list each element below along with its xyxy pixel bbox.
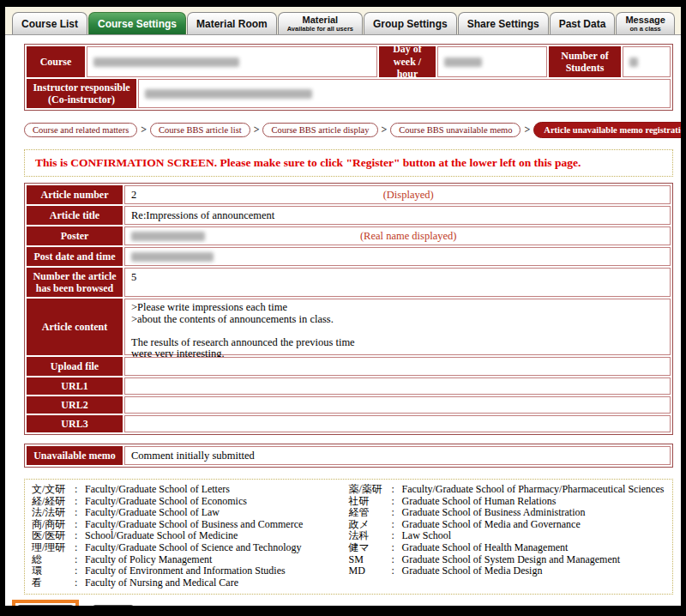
legend-abbr: 理/理研 (32, 542, 75, 554)
legend-item: 医/医研:School/Graduate School of Medicine (32, 530, 349, 542)
article-content-row: Article content >Please write impression… (27, 299, 671, 355)
legend-desc: Faculty/Graduate School of Economics (85, 496, 247, 508)
legend-item: 法科:Law School (349, 530, 666, 542)
legend-item: 看:Faculty of Nursing and Medical Care (32, 577, 349, 589)
legend-left-column: 文/文研:Faculty/Graduate School of Letters … (32, 484, 349, 589)
legend-abbr: 政メ (349, 519, 392, 531)
breadcrumb-item-bbs-article-list[interactable]: Course BBS article list (150, 123, 250, 137)
upload-file-row: Upload file (27, 357, 671, 376)
tab-past-data[interactable]: Past Data (550, 12, 616, 34)
content-line: The results of research announced the pr… (131, 337, 355, 349)
legend-desc: Faculty of Environment and Information S… (85, 565, 286, 577)
legend-desc: Faculty/Graduate School of Letters (85, 484, 230, 496)
tab-course-list[interactable]: Course List (12, 12, 87, 34)
legend-item: 薬/薬研:Faculty/Graduate School of Pharmacy… (349, 484, 666, 496)
legend-separator: : (392, 519, 402, 531)
displayed-note: (Displayed) (383, 189, 434, 202)
register-button[interactable]: Register (17, 605, 74, 606)
breadcrumb-separator: > (382, 124, 388, 136)
legend-desc: School/Graduate School of Medicine (85, 530, 238, 542)
tab-course-settings[interactable]: Course Settings (88, 12, 186, 34)
legend-abbr: 薬/薬研 (349, 484, 392, 496)
tab-material-room[interactable]: Material Room (187, 12, 277, 34)
legend-abbr: 経/経研 (32, 496, 75, 508)
url3-row: URL3 (27, 415, 671, 432)
url3-value (124, 415, 671, 432)
article-content-value: >Please write impressions each time >abo… (124, 299, 671, 355)
legend-separator: : (75, 565, 85, 577)
legend-desc: Faculty/Graduate School of Law (85, 507, 220, 519)
register-highlight-box: Register (12, 600, 79, 606)
breadcrumb-item-course-matters[interactable]: Course and related matters (24, 123, 137, 137)
legend-separator: : (75, 530, 85, 542)
course-value (87, 46, 377, 77)
url2-header: URL2 (27, 396, 123, 414)
url2-row: URL2 (27, 396, 671, 414)
breadcrumb-separator: > (524, 124, 530, 136)
legend-separator: : (75, 554, 85, 566)
tab-sublabel: Available for all users (287, 26, 353, 33)
breadcrumb-item-bbs-article-display[interactable]: Course BBS article display (262, 123, 377, 137)
legend-separator: : (392, 507, 402, 519)
poster-value: (Real name displayed) (124, 226, 671, 245)
tab-label: Group Settings (373, 18, 448, 30)
tab-bar: Course List Course Settings Material Roo… (5, 7, 681, 35)
legend-item: 環:Faculty of Environment and Information… (32, 565, 349, 577)
legend-abbr: 経管 (349, 507, 392, 519)
window-frame: Course List Course Settings Material Roo… (0, 0, 686, 616)
course-info-row: Course Day of week / hour Number of Stud… (27, 46, 671, 77)
unavailable-memo-table: Unavailable memo Comment initially submi… (24, 444, 673, 468)
students-value (623, 46, 671, 77)
post-date-header: Post date and time (27, 247, 123, 266)
tab-label: Material Room (196, 18, 268, 30)
redacted-value (145, 89, 312, 99)
legend-item: 健マ:Graduate School of Health Management (349, 542, 666, 554)
page: Course List Course Settings Material Roo… (5, 7, 681, 606)
browsed-value: 5 (124, 268, 671, 297)
real-name-note: (Real name displayed) (360, 230, 456, 243)
tab-group-settings[interactable]: Group Settings (364, 12, 457, 34)
unavailable-memo-text: Comment initially submitted (131, 450, 255, 462)
url3-header: URL3 (27, 415, 123, 432)
breadcrumb-separator: > (141, 124, 147, 136)
post-date-row: Post date and time (27, 247, 671, 266)
legend-desc: Faculty of Policy Management (85, 554, 212, 566)
legend-separator: : (392, 484, 402, 496)
breadcrumb-item-active: Article unavailable memo registration co… (533, 122, 681, 138)
legend-separator: : (392, 496, 402, 508)
faculty-legend: 文/文研:Faculty/Graduate School of Letters … (24, 479, 673, 595)
article-number-text: 2 (131, 189, 136, 202)
legend-separator: : (392, 565, 402, 577)
url1-header: URL1 (27, 377, 123, 395)
legend-separator: : (392, 530, 402, 542)
legend-desc: Graduate School of System Design and Man… (402, 554, 621, 566)
breadcrumb-separator: > (254, 124, 260, 136)
breadcrumb: Course and related matters > Course BBS … (24, 122, 681, 138)
legend-item: MD:Graduate School of Media Design (349, 565, 666, 577)
tab-share-settings[interactable]: Share Settings (458, 12, 549, 34)
tab-sublabel: on a class (629, 26, 660, 33)
legend-separator: : (392, 554, 402, 566)
legend-separator: : (75, 496, 85, 508)
tab-label: Message (625, 15, 665, 25)
legend-item: 経管:Graduate School of Business Administr… (349, 507, 666, 519)
legend-item: 政メ:Graduate School of Media and Governan… (349, 519, 666, 531)
instructor-value (138, 79, 671, 108)
redacted-value (131, 252, 214, 262)
unavailable-memo-row: Unavailable memo Comment initially submi… (27, 446, 671, 465)
upload-file-header: Upload file (27, 357, 123, 376)
tab-label: Past Data (559, 18, 606, 30)
breadcrumb-item-bbs-unavailable-memo[interactable]: Course BBS unavailable memo (390, 123, 521, 137)
legend-desc: Faculty/Graduate School of Science and T… (85, 542, 302, 554)
confirmation-notice: This is CONFIRMATION SCREEN. Please make… (24, 149, 673, 177)
content-line: >about the contents of announcements in … (131, 314, 334, 326)
tab-material-all-users[interactable]: Material Available for all users (278, 12, 363, 34)
tab-label: Material (303, 15, 339, 25)
url1-row: URL1 (27, 377, 671, 395)
tab-message-on-class[interactable]: Message on a class (616, 12, 674, 34)
post-date-value (124, 247, 671, 266)
browsed-row: Number the article has been browsed 5 (27, 268, 671, 297)
url1-value (124, 377, 671, 395)
legend-item: 社研:Graduate School of Human Relations (349, 496, 666, 508)
back-button[interactable]: Back (93, 605, 134, 606)
